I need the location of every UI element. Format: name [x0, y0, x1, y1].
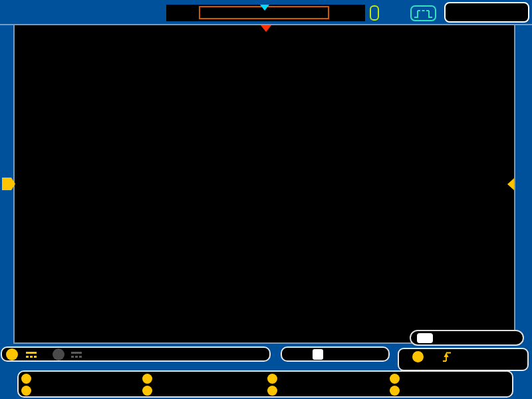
measurements-panel	[17, 370, 513, 398]
frequency-badge	[417, 333, 433, 343]
measurement-ch-badge	[142, 374, 152, 384]
rising-edge-icon	[442, 350, 452, 363]
measurement-rms	[19, 384, 140, 396]
pulse-wave-icon	[413, 8, 434, 19]
ch1-dc-coupling-icon	[26, 351, 37, 358]
ch1-badge	[6, 348, 18, 360]
trigger-level-marker-icon	[507, 178, 514, 190]
horizontal-status-box	[281, 346, 390, 362]
measurement-frequency	[265, 372, 387, 384]
measurement-ch-badge	[390, 374, 400, 384]
trigger-position-marker-icon	[261, 25, 271, 32]
measurement-ch-badge	[142, 386, 152, 396]
frequency-readout	[410, 330, 524, 346]
datetime-box	[444, 2, 529, 23]
memory-bar	[166, 5, 365, 21]
measurement-ch-badge	[21, 374, 31, 384]
ch2-dc-coupling-icon	[71, 351, 82, 358]
measurement-falltime	[387, 372, 512, 384]
memory-position-marker-icon	[260, 5, 269, 11]
trigger-source-badge	[412, 351, 424, 362]
measurement-pkpk	[19, 372, 140, 384]
measurement-ch-badge	[267, 386, 277, 396]
measurement-risetime	[387, 384, 512, 396]
measurement-low	[265, 384, 387, 396]
channel-status-box	[1, 346, 271, 362]
oscilloscope-screen: { "header": { "brand": {"g": "G", "w": "…	[0, 0, 532, 399]
waveform-display	[15, 25, 514, 342]
measurement-ch-badge	[21, 386, 31, 396]
measurement-period	[140, 372, 265, 384]
ch2-badge	[53, 348, 65, 360]
graticule	[13, 25, 515, 344]
run-mode-badge	[410, 5, 436, 21]
horizontal-badge	[313, 349, 323, 360]
measurement-high	[140, 384, 265, 396]
measurement-ch-badge	[390, 386, 400, 396]
trigger-status-box	[398, 348, 529, 371]
trigger-status-badge	[370, 5, 379, 21]
measurement-ch-badge	[267, 374, 277, 384]
